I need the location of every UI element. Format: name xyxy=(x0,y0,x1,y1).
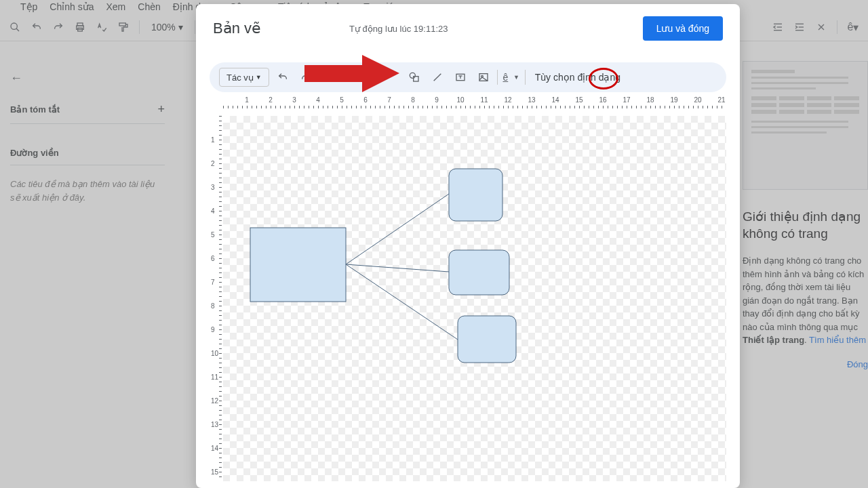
menu-edit[interactable]: Chỉnh sửa xyxy=(50,1,94,12)
svg-line-22 xyxy=(346,264,458,340)
add-summary-icon[interactable]: + xyxy=(157,102,165,117)
zoom-select[interactable]: 100% ▾ xyxy=(147,19,187,35)
svg-line-14 xyxy=(433,74,441,81)
format-options-button[interactable]: Tùy chọn định dạng xyxy=(530,72,626,83)
indent-increase-icon[interactable] xyxy=(791,19,808,35)
outline-empty-text: Các tiêu đề mà bạn thêm vào tài liệu sẽ … xyxy=(10,178,165,204)
svg-rect-25 xyxy=(449,250,509,295)
menu-view[interactable]: Xem xyxy=(106,1,126,12)
menu-insert[interactable]: Chèn xyxy=(138,1,160,12)
svg-rect-23 xyxy=(250,228,346,302)
svg-rect-24 xyxy=(449,169,502,221)
save-and-close-button[interactable]: Lưu và đóng xyxy=(643,16,723,41)
summary-label: Bản tóm tắt xyxy=(10,104,60,115)
svg-point-0 xyxy=(11,23,17,29)
search-icon[interactable] xyxy=(7,19,23,35)
drawing-dialog: Bản vẽ Tự động lưu lúc 19:11:23 Lưu và đ… xyxy=(196,4,740,488)
paint-format-icon[interactable] xyxy=(115,19,132,35)
drawing-canvas[interactable] xyxy=(223,116,726,481)
more-options-button[interactable]: ê ▼ xyxy=(502,68,521,87)
outline-sidebar: ← Bản tóm tắt + Đường viền Các tiêu đề m… xyxy=(0,61,175,214)
pageless-preview-thumb xyxy=(743,61,868,190)
redo-button[interactable] xyxy=(296,68,315,87)
svg-rect-5 xyxy=(119,23,125,26)
textbox-tool-button[interactable] xyxy=(451,68,470,87)
drawing-content xyxy=(223,116,726,481)
back-arrow-icon[interactable]: ← xyxy=(10,71,165,85)
clear-format-icon[interactable] xyxy=(813,19,829,35)
svg-line-21 xyxy=(346,264,449,272)
pageless-description: Định dạng không có trang cho thêm hình ả… xyxy=(743,254,868,347)
drawing-toolbar: Tác vụ▼ ê ▼ Tùy chọn định dạng xyxy=(210,62,726,92)
svg-rect-26 xyxy=(458,316,516,363)
indent-decrease-icon[interactable] xyxy=(770,19,786,35)
dialog-title: Bản vẽ xyxy=(213,20,261,37)
svg-point-12 xyxy=(410,73,415,78)
outline-label: Đường viền xyxy=(10,148,165,165)
autosave-status: Tự động lưu lúc 19:11:23 xyxy=(349,24,448,34)
svg-line-1 xyxy=(16,28,19,31)
line-tool-button[interactable] xyxy=(428,68,447,87)
pageless-title: Giới thiệu định dạng không có trang xyxy=(743,209,868,242)
undo-button[interactable] xyxy=(273,68,292,87)
pageless-close-button[interactable]: Đóng xyxy=(743,359,868,369)
learn-more-link[interactable]: Tìm hiểu thêm xyxy=(809,335,866,345)
menu-file[interactable]: Tệp xyxy=(20,1,37,12)
horizontal-ruler: 123456789101112131415161718192021 xyxy=(223,96,726,108)
shape-tool-button[interactable] xyxy=(405,68,424,87)
undo-icon[interactable] xyxy=(28,19,45,35)
spellcheck-icon[interactable] xyxy=(94,19,110,35)
vertical-ruler: 123456789101112131415 xyxy=(210,116,222,481)
editing-mode-icon[interactable]: ê ▾ xyxy=(845,19,861,35)
svg-line-20 xyxy=(346,194,449,264)
print-icon[interactable] xyxy=(72,19,88,35)
pageless-info-panel: Giới thiệu định dạng không có trang Định… xyxy=(743,61,868,369)
redo-icon[interactable] xyxy=(50,19,66,35)
actions-menu-button[interactable]: Tác vụ▼ xyxy=(219,68,269,87)
image-tool-button[interactable] xyxy=(474,68,493,87)
